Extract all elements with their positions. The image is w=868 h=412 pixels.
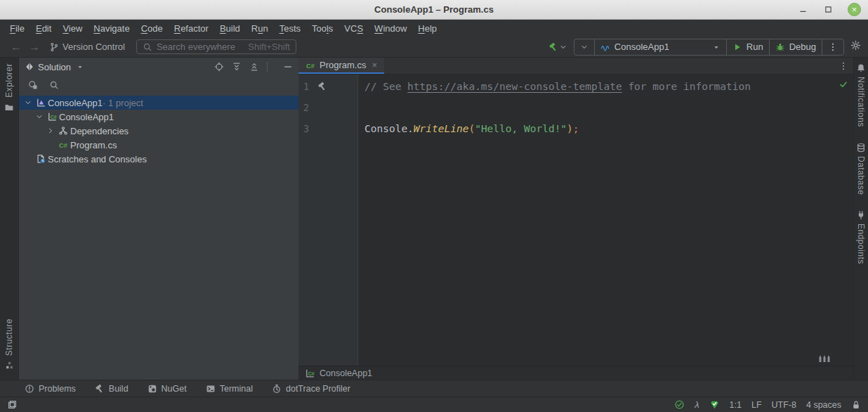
menu-file[interactable]: File bbox=[4, 23, 30, 34]
line-number: 1 bbox=[303, 76, 309, 97]
code-line-2[interactable]: 2 bbox=[298, 97, 853, 118]
menu-run[interactable]: Run bbox=[246, 23, 274, 34]
stripe-button-endpoints[interactable]: Endpoints bbox=[856, 210, 866, 264]
run-button-label: Run bbox=[747, 41, 763, 52]
settings-button[interactable] bbox=[850, 40, 861, 53]
csproj-icon: C# bbox=[45, 112, 59, 122]
chevron-down-icon[interactable] bbox=[22, 98, 34, 107]
close-button[interactable]: × bbox=[848, 3, 861, 16]
more-run-options-button[interactable] bbox=[822, 39, 843, 55]
branch-icon bbox=[49, 42, 59, 52]
code-text: // See https://aka.ms/new-console-templa… bbox=[364, 81, 751, 92]
title-bar[interactable]: ConsoleApp1 – Program.cs × bbox=[0, 0, 868, 20]
version-control-label: Version Control bbox=[63, 41, 125, 52]
breadcrumb-project[interactable]: ConsoleApp1 bbox=[320, 368, 372, 378]
tab-options-button[interactable] bbox=[839, 58, 853, 74]
bell-icon bbox=[856, 63, 866, 73]
build-solution-button[interactable] bbox=[548, 42, 567, 52]
forward-arrow-icon: → bbox=[29, 41, 40, 53]
menu-navigate[interactable]: Navigate bbox=[88, 23, 135, 34]
collapse-all-icon[interactable] bbox=[249, 62, 259, 72]
toolwindow-nuget[interactable]: NuGet bbox=[147, 384, 187, 394]
menu-tools[interactable]: Tools bbox=[306, 23, 338, 34]
hammer-icon[interactable] bbox=[317, 82, 327, 91]
scope-filter-icon[interactable] bbox=[28, 80, 38, 90]
code-line-1[interactable]: 1// See https://aka.ms/new-console-templ… bbox=[298, 76, 853, 97]
analysis-ok-indicator[interactable] bbox=[674, 399, 685, 410]
forward-button[interactable]: → bbox=[25, 41, 44, 53]
run-button[interactable]: Run bbox=[726, 39, 769, 55]
code-editor[interactable]: 1// See https://aka.ms/new-console-templ… bbox=[298, 75, 853, 366]
chevron-down-icon[interactable] bbox=[34, 112, 45, 121]
csharp-file-icon: C# bbox=[56, 140, 70, 150]
line-separator[interactable]: LF bbox=[751, 400, 762, 410]
menu-window[interactable]: Window bbox=[369, 23, 412, 34]
toolwindow-label: Build bbox=[109, 384, 129, 394]
version-control-widget[interactable]: Version Control bbox=[49, 41, 125, 52]
token-mth: WriteLine bbox=[414, 123, 469, 134]
solution-explorer-toolbar bbox=[19, 76, 298, 94]
indent-style[interactable]: 4 spaces bbox=[806, 400, 841, 410]
hide-panel-icon[interactable] bbox=[283, 62, 293, 72]
tab-program-cs[interactable]: C# Program.cs × bbox=[298, 58, 384, 74]
maximize-button[interactable] bbox=[822, 4, 834, 15]
chevron-right-icon[interactable] bbox=[45, 127, 56, 135]
code-line-3[interactable]: 3Console.WriteLine("Hello, World!"); bbox=[298, 118, 853, 139]
tree-item-consoleapp1[interactable]: ConsoleApp1 · 1 project bbox=[19, 96, 298, 110]
toolwindow-dottrace-profiler[interactable]: dotTrace Profiler bbox=[272, 384, 350, 394]
menu-tests[interactable]: Tests bbox=[274, 23, 306, 34]
structure-stripe-button[interactable]: Structure bbox=[4, 318, 14, 370]
toolwindow-build[interactable]: Build bbox=[95, 384, 129, 394]
tree-item-consoleapp1[interactable]: C#ConsoleApp1 bbox=[19, 110, 298, 124]
left-tool-stripe: Explorer Structure bbox=[0, 58, 19, 380]
tree-item-program-cs[interactable]: C#Program.cs bbox=[19, 138, 298, 152]
readonly-toggle[interactable] bbox=[851, 400, 861, 410]
menu-vcs[interactable]: VCS bbox=[338, 23, 369, 34]
run-config-collapse-button[interactable] bbox=[574, 39, 594, 55]
file-encoding[interactable]: UTF-8 bbox=[772, 400, 796, 410]
chevron-down-icon[interactable] bbox=[559, 43, 567, 51]
inspections-widget[interactable] bbox=[709, 399, 720, 410]
problems-icon bbox=[25, 384, 34, 394]
search-everywhere-box[interactable]: Search everywhere Shift+Shift bbox=[136, 39, 296, 54]
search-icon[interactable] bbox=[49, 80, 59, 90]
svg-text:C#: C# bbox=[51, 115, 57, 120]
tree-item-scratches-and-consoles[interactable]: Scratches and Consoles bbox=[19, 152, 298, 166]
explorer-stripe-label: Explorer bbox=[4, 63, 14, 98]
tab-close-icon[interactable]: × bbox=[371, 60, 377, 70]
caret-position[interactable]: 1:1 bbox=[730, 400, 742, 410]
menu-help[interactable]: Help bbox=[412, 23, 442, 34]
tool-window-layout-button[interactable] bbox=[7, 399, 18, 410]
window-title: ConsoleApp1 – Program.cs bbox=[0, 4, 868, 15]
token-par: ) bbox=[567, 123, 573, 134]
expand-all-icon[interactable] bbox=[232, 62, 242, 72]
menu-code[interactable]: Code bbox=[136, 23, 169, 34]
toolwindow-problems[interactable]: Problems bbox=[25, 384, 76, 394]
dropdown-icon[interactable] bbox=[76, 63, 84, 71]
menu-build[interactable]: Build bbox=[214, 23, 246, 34]
separator bbox=[267, 62, 268, 72]
stripe-label: Endpoints bbox=[856, 224, 866, 264]
check-circle-icon bbox=[674, 399, 685, 410]
search-shortcut-hint: Shift+Shift bbox=[248, 41, 290, 52]
line-number: 3 bbox=[303, 118, 309, 139]
heap-allocations-indicator[interactable]: λ bbox=[695, 399, 699, 410]
tree-item-dependencies[interactable]: Dependencies bbox=[19, 124, 298, 138]
pencils-widget-icon[interactable] bbox=[817, 352, 832, 363]
run-configuration-selector[interactable]: ConsoleApp1 bbox=[594, 39, 726, 55]
back-button[interactable]: ← bbox=[7, 41, 25, 53]
stripe-button-notifications[interactable]: Notifications bbox=[856, 63, 866, 127]
locate-file-icon[interactable] bbox=[214, 62, 224, 72]
explorer-stripe-button[interactable]: Explorer bbox=[4, 63, 14, 112]
toolwindow-terminal[interactable]: Terminal bbox=[206, 384, 253, 394]
menu-edit[interactable]: Edit bbox=[30, 23, 57, 34]
view-selector[interactable]: Solution bbox=[38, 62, 71, 72]
minimize-button[interactable] bbox=[797, 4, 808, 15]
dropdown-icon bbox=[712, 43, 721, 51]
caret-position-label: 1:1 bbox=[730, 400, 742, 410]
menu-view[interactable]: View bbox=[57, 23, 88, 34]
solution-explorer-header: Solution bbox=[19, 58, 298, 76]
stripe-button-database[interactable]: Database bbox=[856, 143, 866, 195]
menu-refactor[interactable]: Refactor bbox=[169, 23, 214, 34]
debug-button[interactable]: Debug bbox=[769, 39, 822, 55]
